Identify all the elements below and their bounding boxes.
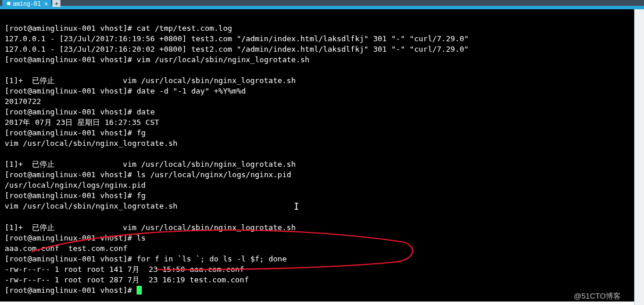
cursor-block	[137, 286, 142, 295]
tab-status-icon	[7, 2, 10, 5]
cmd-ls-nginx: ls /usr/local/nginx/logs/nginx.pid	[137, 170, 291, 179]
text-cursor-icon: I	[294, 202, 299, 212]
cmd-date1: date -d "-1 day" +%Y%m%d	[137, 87, 246, 95]
new-tab-button[interactable]: +	[52, 0, 60, 7]
tab-label: aming-01	[13, 1, 41, 7]
prompt: [root@aminglinux-001 vhost]#	[5, 254, 137, 263]
prompt: [root@aminglinux-001 vhost]#	[5, 128, 137, 137]
cmd-date2: date	[137, 107, 159, 116]
output-line: 2017年 07月 23日 星期日 16:27:35 CST	[5, 118, 159, 127]
output-line: 20170722	[5, 97, 41, 106]
prompt: [root@aminglinux-001 vhost]#	[5, 107, 137, 116]
output-line: -rw-r--r-- 1 root root 141 7月 23 15:50 a…	[5, 265, 244, 274]
tab-bar: aming-01 × +	[0, 0, 644, 9]
prompt: [root@aminglinux-001 vhost]#	[5, 55, 137, 64]
output-line: vim /usr/local/sbin/nginx_logrotate.sh	[5, 202, 177, 210]
output-line: 127.0.0.1 - [23/Jul/2017:16:20:02 +0800]…	[5, 45, 468, 53]
prompt: [root@aminglinux-001 vhost]#	[5, 170, 137, 179]
output-line: [1]+ 已停止 vim /usr/local/sbin/nginx_logro…	[5, 76, 296, 85]
tab-close-icon[interactable]: ×	[44, 1, 48, 7]
output-line: aaa.com.conf test.com.conf	[5, 244, 127, 253]
cmd-ls: ls	[137, 234, 146, 242]
tab-aming-01[interactable]: aming-01 ×	[2, 0, 51, 7]
prompt: [root@aminglinux-001 vhost]#	[5, 234, 137, 242]
cmd-fg: fg	[137, 191, 146, 200]
output-line: [1]+ 已停止 vim /usr/local/sbin/nginx_logro…	[5, 223, 296, 232]
cmd-cat: cat /tmp/test.com.log	[137, 24, 232, 33]
output-line: -rw-r--r-- 1 root root 287 7月 23 16:19 t…	[5, 275, 249, 284]
prompt: [root@aminglinux-001 vhost]#	[5, 191, 137, 200]
prompt: [root@aminglinux-001 vhost]#	[5, 24, 137, 33]
terminal-window: aming-01 × + [root@aminglinux-001 vhost]…	[0, 0, 644, 305]
terminal-viewport[interactable]: [root@aminglinux-001 vhost]# cat /tmp/te…	[0, 9, 644, 302]
cmd-vim: vim /usr/local/sbin/nginx_logrotate.sh	[137, 55, 309, 64]
output-line: /usr/local/nginx/logs/nginx.pid	[5, 181, 146, 189]
cmd-for: for f in `ls `; do ls -l $f; done	[137, 254, 287, 263]
scrollbar-vertical[interactable]	[634, 9, 644, 305]
plus-icon: +	[55, 0, 59, 8]
output-line: vim /usr/local/sbin/nginx_logrotate.sh	[5, 139, 177, 148]
output-line: 127.0.0.1 - [23/Jul/2017:16:19:56 +0800]…	[5, 34, 468, 43]
cmd-fg: fg	[137, 128, 146, 137]
watermark: @51CTO博客	[574, 291, 621, 302]
prompt: [root@aminglinux-001 vhost]#	[5, 286, 137, 295]
prompt: [root@aminglinux-001 vhost]#	[5, 87, 137, 95]
output-line: [1]+ 已停止 vim /usr/local/sbin/nginx_logro…	[5, 160, 296, 168]
